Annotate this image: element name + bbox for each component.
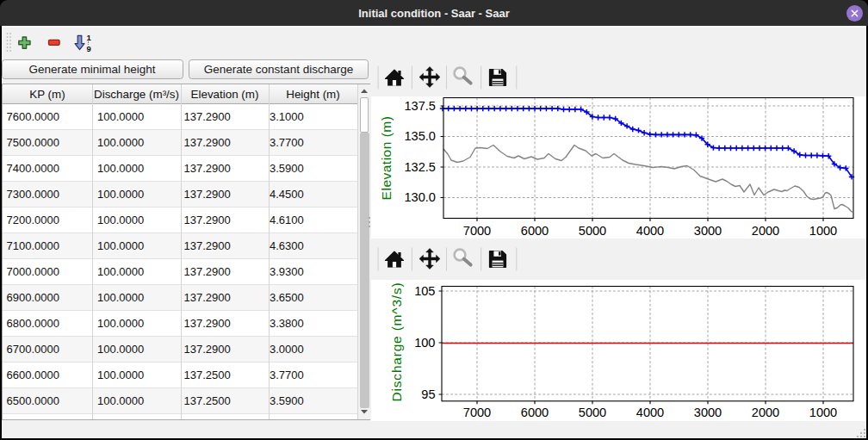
- svg-text:7000: 7000: [463, 405, 491, 418]
- svg-text:2000: 2000: [752, 405, 779, 418]
- svg-text:Elevation (m): Elevation (m): [379, 116, 394, 201]
- svg-text:130.0: 130.0: [404, 190, 436, 204]
- svg-text:6000: 6000: [521, 405, 549, 418]
- svg-text:132.5: 132.5: [404, 160, 436, 174]
- svg-text:9: 9: [87, 44, 91, 53]
- svg-text:137.5: 137.5: [404, 99, 436, 113]
- svg-text:5000: 5000: [579, 224, 606, 238]
- svg-text:105: 105: [414, 283, 435, 297]
- svg-text:Discharge (m^3/s): Discharge (m^3/s): [389, 282, 404, 401]
- svg-text:5000: 5000: [579, 405, 606, 418]
- svg-text:95: 95: [421, 387, 435, 400]
- svg-text:2000: 2000: [752, 224, 779, 238]
- svg-text:135.0: 135.0: [404, 129, 436, 143]
- svg-text:3000: 3000: [694, 224, 722, 238]
- svg-text:3000: 3000: [694, 405, 722, 418]
- svg-text:1000: 1000: [809, 224, 837, 238]
- svg-text:4000: 4000: [636, 405, 664, 418]
- svg-text:4000: 4000: [636, 224, 664, 238]
- svg-text:1000: 1000: [809, 405, 837, 418]
- svg-text:1: 1: [87, 33, 92, 42]
- svg-text:100: 100: [414, 335, 435, 349]
- svg-text:6000: 6000: [521, 224, 549, 238]
- svg-text:7000: 7000: [463, 224, 491, 238]
